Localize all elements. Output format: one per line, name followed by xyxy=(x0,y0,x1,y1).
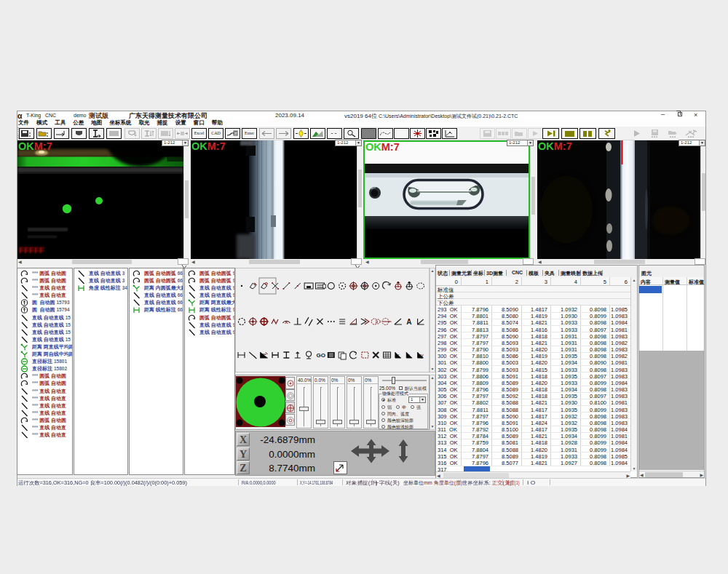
svg-text:A: A xyxy=(406,318,411,326)
svg-text:FFFFF: FFFFF xyxy=(19,246,44,255)
svg-text:Z: Z xyxy=(240,463,246,474)
svg-text:xy: xy xyxy=(419,353,424,359)
svg-text:x: x xyxy=(397,353,400,358)
svg-text:X: X xyxy=(240,434,247,445)
svg-text:GO: GO xyxy=(316,352,325,359)
svg-text:Y: Y xyxy=(240,449,247,460)
